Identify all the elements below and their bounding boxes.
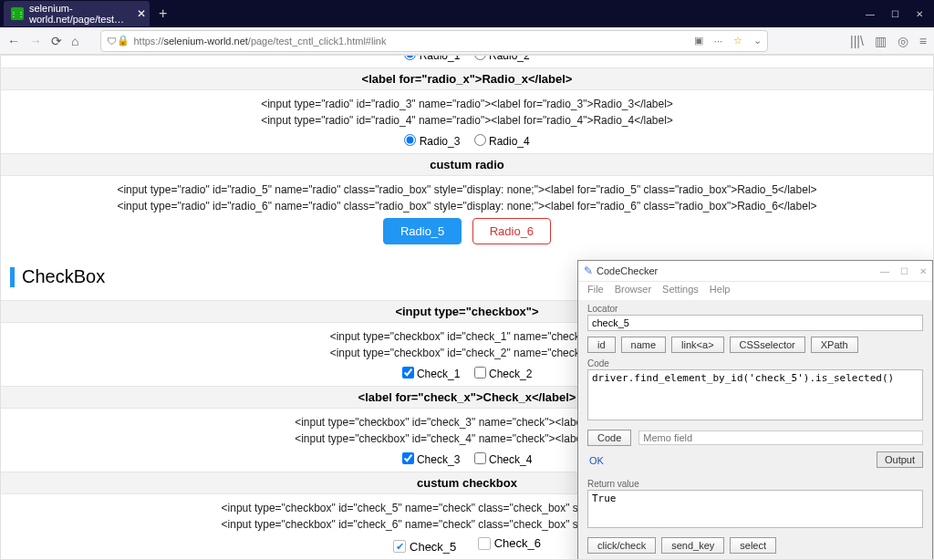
lock-icon[interactable]: 🔒 [117,35,130,47]
codechecker-title: CodeChecker [597,265,658,276]
section-head-radio-x: <label for="radio_x">Radio_x</label> [1,67,933,90]
radio-6-button[interactable]: Radio_6 [472,218,551,244]
window-maximize-icon[interactable]: ☐ [891,9,899,19]
url-bar[interactable]: 🛡 🔒 https://selenium-world.net/page/test… [100,30,768,52]
return-textarea[interactable]: True [587,490,923,528]
cssselector-button[interactable]: CSSselector [730,337,805,353]
favicon-icon: ⋮⋮ [11,7,24,20]
cc-maximize-icon[interactable]: ☐ [900,266,908,276]
radio-2[interactable]: Radio_2 [474,55,530,62]
check-1[interactable]: Check_1 [402,368,461,380]
section-head-custom-radio: custum radio [1,153,933,176]
return-label: Return value [587,479,923,489]
library-icon[interactable]: |||\ [850,34,864,48]
page-content: Radio_1 Radio_2 <label for="radio_x">Rad… [0,55,934,560]
cc-minimize-icon[interactable]: — [880,266,889,276]
radio-5-button[interactable]: Radio_5 [383,218,462,244]
locator-input[interactable] [587,315,923,331]
link-button[interactable]: link<a> [671,337,723,353]
xpath-button[interactable]: XPath [811,337,858,353]
check-icon [393,540,406,553]
menu-help[interactable]: Help [710,284,731,295]
sidebar-icon[interactable]: ▥ [875,34,887,48]
memo-input[interactable] [638,430,923,445]
window-minimize-icon[interactable]: — [866,9,875,19]
select-button[interactable]: select [730,537,776,554]
radio-4[interactable]: Radio_4 [474,135,530,148]
codechecker-titlebar[interactable]: ✎ CodeChecker — ☐ ✕ [578,261,932,282]
cc-close-icon[interactable]: ✕ [919,266,927,276]
code-line: <input type="radio" id="radio_3" name="r… [1,96,933,112]
check-5-custom[interactable]: Check_5 [393,540,456,554]
check-4[interactable]: Check_4 [474,453,533,466]
ok-label: OK [587,451,606,470]
account-icon[interactable]: ◎ [898,34,908,48]
more-icon[interactable]: ··· [714,36,722,47]
window-close-icon[interactable]: ✕ [916,9,923,19]
radio-1[interactable]: Radio_1 [404,55,460,62]
tab-close-icon[interactable]: ✕ [137,7,146,20]
code-button[interactable]: Code [587,430,631,446]
forward-button: → [29,34,42,48]
code-textarea[interactable]: driver.find_element_by_id('check_5').is_… [587,369,923,420]
code-line: <input type="radio" id="radio_4" name="r… [1,112,933,129]
code-line: <input type="radio" id="radio_5" name="r… [1,181,933,198]
star-icon[interactable]: ☆ [733,35,742,47]
send-key-button[interactable]: send_key [661,537,724,554]
radio-3[interactable]: Radio_3 [404,135,460,148]
browser-tab[interactable]: ⋮⋮ selenium-world.net/page/test… ✕ [4,1,150,26]
pocket-icon[interactable]: ⌄ [753,35,762,47]
home-button[interactable]: ⌂ [71,34,78,48]
check-2[interactable]: Check_2 [474,368,533,380]
menu-settings[interactable]: Settings [662,284,699,295]
reader-icon[interactable]: ▣ [694,35,703,47]
shield-icon[interactable]: 🛡 [107,36,117,47]
feather-icon: ✎ [584,264,593,277]
back-button[interactable]: ← [7,34,20,48]
code-label: Code [587,358,923,368]
locator-label: Locator [587,304,923,314]
url-text: https://selenium-world.net/page/test_cnt… [133,36,693,47]
navbar: ← → ⟳ ⌂ 🛡 🔒 https://selenium-world.net/p… [0,27,934,55]
titlebar: ⋮⋮ selenium-world.net/page/test… ✕ + — ☐… [0,0,934,27]
reload-button[interactable]: ⟳ [51,34,62,48]
check-3[interactable]: Check_3 [402,453,461,466]
menu-icon[interactable]: ≡ [919,34,927,48]
tab-title: selenium-world.net/page/test… [29,3,124,25]
id-button[interactable]: id [587,337,616,353]
name-button[interactable]: name [621,337,667,353]
menu-browser[interactable]: Browser [615,284,651,295]
check-6-custom[interactable]: Check_6 [478,536,541,550]
codechecker-window: ✎ CodeChecker — ☐ ✕ File Browser Setting… [577,260,933,560]
new-tab-button[interactable]: + [159,5,167,22]
code-line: <input type="radio" id="radio_6" name="r… [1,198,933,214]
codechecker-menubar: File Browser Settings Help [578,282,932,300]
check-icon [478,537,491,550]
click-check-button[interactable]: click/check [587,537,656,554]
menu-file[interactable]: File [587,284,604,295]
output-button[interactable]: Output [877,451,923,468]
